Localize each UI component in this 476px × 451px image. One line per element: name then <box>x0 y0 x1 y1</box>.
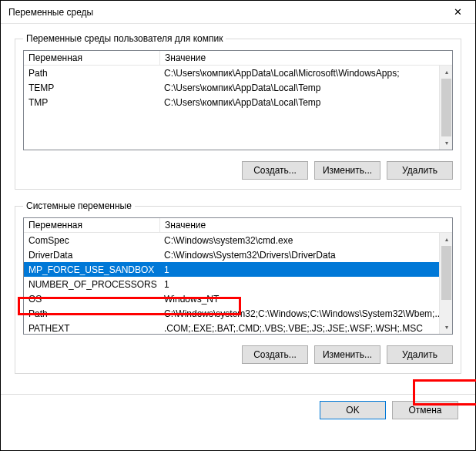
user-vars-header[interactable]: Переменная Значение <box>24 51 452 66</box>
table-row-selected[interactable]: MP_FORCE_USE_SANDBOX 1 <box>24 262 452 277</box>
user-vars-legend: Переменные среды пользователя для компик <box>23 33 226 44</box>
scroll-down-icon[interactable]: ▾ <box>440 136 453 150</box>
table-row[interactable]: DriverData C:\Windows\System32\Drivers\D… <box>24 247 452 262</box>
col-header-value[interactable]: Значение <box>160 220 452 231</box>
table-row[interactable]: OS Windows_NT <box>24 291 452 306</box>
table-row[interactable]: Path C:\Windows\system32;C:\Windows;C:\W… <box>24 306 452 321</box>
col-header-name[interactable]: Переменная <box>24 220 159 231</box>
col-header-value[interactable]: Значение <box>160 52 452 63</box>
cancel-button[interactable]: Отмена <box>392 401 458 419</box>
table-row[interactable]: ComSpec C:\Windows\system32\cmd.exe <box>24 233 452 247</box>
system-edit-button[interactable]: Изменить... <box>314 345 380 364</box>
table-row[interactable]: Path C:\Users\компик\AppData\Local\Micro… <box>24 66 452 80</box>
scrollbar[interactable]: ▴ ▾ <box>439 233 452 334</box>
table-row[interactable]: NUMBER_OF_PROCESSORS 1 <box>24 277 452 291</box>
col-header-name[interactable]: Переменная <box>24 52 159 63</box>
titlebar: Переменные среды ✕ <box>1 1 475 24</box>
ok-button[interactable]: OK <box>320 401 386 419</box>
user-edit-button[interactable]: Изменить... <box>314 161 380 180</box>
dialog-footer: OK Отмена <box>1 394 475 419</box>
system-delete-button[interactable]: Удалить <box>387 345 453 364</box>
system-vars-group: Системные переменные Переменная Значение… <box>15 200 461 374</box>
user-vars-group: Переменные среды пользователя для компик… <box>15 33 461 190</box>
close-icon[interactable]: ✕ <box>441 1 475 24</box>
table-row[interactable]: TEMP C:\Users\компик\AppData\Local\Temp <box>24 80 452 95</box>
system-vars-legend: Системные переменные <box>23 200 135 211</box>
scroll-thumb[interactable] <box>441 246 451 300</box>
scroll-down-icon[interactable]: ▾ <box>440 321 453 334</box>
table-row[interactable]: TMP C:\Users\компик\AppData\Local\Temp <box>24 95 452 109</box>
system-create-button[interactable]: Создать... <box>242 345 308 364</box>
window-title: Переменные среды <box>8 7 93 18</box>
scroll-thumb[interactable] <box>441 79 451 136</box>
user-vars-list[interactable]: Переменная Значение Path C:\Users\компик… <box>23 50 453 150</box>
system-vars-header[interactable]: Переменная Значение <box>24 218 452 233</box>
scroll-up-icon[interactable]: ▴ <box>440 233 453 246</box>
user-delete-button[interactable]: Удалить <box>387 161 453 180</box>
system-vars-list[interactable]: Переменная Значение ComSpec C:\Windows\s… <box>23 217 453 335</box>
table-row[interactable]: PATHEXT .COM;.EXE;.BAT;.CMD;.VBS;.VBE;.J… <box>24 321 452 335</box>
scrollbar[interactable]: ▴ ▾ <box>439 66 452 150</box>
scroll-up-icon[interactable]: ▴ <box>440 66 453 79</box>
user-create-button[interactable]: Создать... <box>242 161 308 180</box>
